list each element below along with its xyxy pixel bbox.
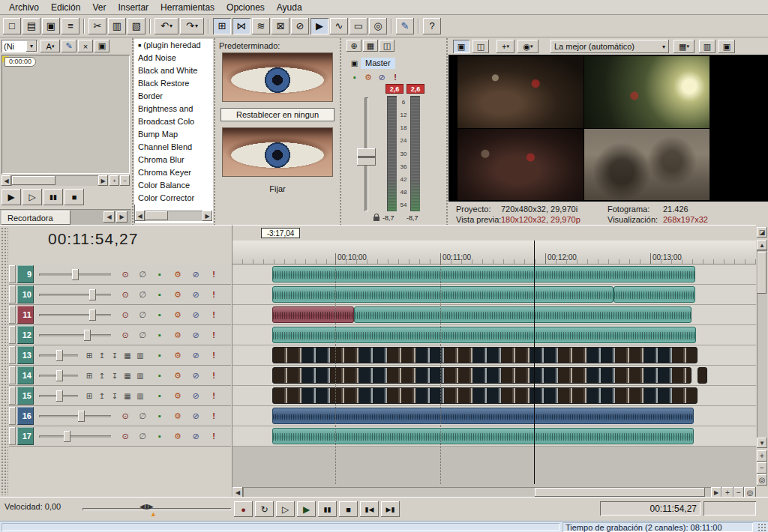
- track-header-15[interactable]: 15 ⊞ ↥ ↧ ▦ ▥ ▪ ⚙ ⊘ !: [9, 386, 231, 406]
- go-to-end-button[interactable]: ▶▮: [381, 501, 400, 517]
- track-grip[interactable]: [9, 407, 16, 425]
- paste-button[interactable]: ▧: [128, 18, 146, 34]
- scroll-thumb[interactable]: [535, 488, 705, 497]
- make-composited-child-icon[interactable]: ↧: [108, 369, 122, 381]
- mute-icon[interactable]: ⊘: [189, 410, 202, 422]
- track-header-13[interactable]: 13 ⊞ ↥ ↧ ▦ ▥ ▪ ⚙ ⊘ !: [9, 345, 231, 366]
- track-grip[interactable]: [9, 346, 16, 364]
- track-lane-10[interactable]: [232, 285, 756, 305]
- solo-icon[interactable]: !: [207, 349, 220, 361]
- properties-button[interactable]: ≡: [62, 18, 80, 34]
- mute-icon[interactable]: ⊘: [189, 268, 202, 280]
- track-fx-icon[interactable]: ▪: [153, 369, 166, 381]
- trimmer-stream-combo[interactable]: (Ni ▾: [2, 40, 38, 52]
- track-number-badge[interactable]: 9: [17, 265, 34, 283]
- track-grip[interactable]: [9, 427, 16, 445]
- automation-settings-icon[interactable]: ⚙: [171, 390, 184, 402]
- play-from-start-button[interactable]: ▷: [276, 501, 295, 517]
- audio-event-track10b[interactable]: [614, 286, 695, 303]
- audio-event-track11b[interactable]: [354, 306, 692, 323]
- video-event-track14b[interactable]: [698, 367, 707, 384]
- scroll-down-button[interactable]: ▼: [757, 438, 767, 448]
- plugin-item[interactable]: Color Corrector: [134, 192, 213, 205]
- track-fx-icon[interactable]: ▪: [153, 268, 166, 280]
- solo-icon[interactable]: !: [207, 268, 220, 280]
- track-lane-17[interactable]: [232, 426, 756, 447]
- preset-caption-reset[interactable]: Restablecer en ningun: [220, 108, 334, 121]
- compositing-mode-icon[interactable]: ▥: [134, 390, 147, 402]
- cut-button[interactable]: ✂: [88, 18, 106, 34]
- zoom-in-track-button[interactable]: +: [757, 450, 767, 462]
- automation-settings-icon[interactable]: ⚙: [171, 369, 184, 381]
- automation-settings-icon[interactable]: ⚙: [171, 430, 184, 442]
- zoom-out-button[interactable]: −: [120, 175, 130, 186]
- track-grip[interactable]: [9, 366, 16, 384]
- record-button[interactable]: ●: [234, 501, 253, 517]
- track-lane-11[interactable]: [232, 305, 756, 325]
- play-button[interactable]: ▶: [297, 501, 316, 517]
- make-composited-child-icon[interactable]: ↧: [108, 390, 122, 402]
- track-header-11[interactable]: 11 ⊙ ∅ ▪ ⚙ ⊘ !: [9, 305, 231, 325]
- zoom-tool-button[interactable]: ◎: [757, 474, 767, 486]
- normal-edit-tool-button[interactable]: ▶: [310, 18, 328, 34]
- mute-icon[interactable]: ⊘: [189, 390, 202, 402]
- plugin-item[interactable]: Black Restore: [134, 77, 213, 90]
- trimmer-display[interactable]: 0:00:00: [2, 55, 130, 174]
- level-slider-handle[interactable]: [56, 390, 63, 402]
- track-grip[interactable]: [9, 265, 16, 283]
- track-volume-slider[interactable]: [39, 294, 111, 296]
- trimmer-pause-button[interactable]: ▮▮: [44, 189, 63, 205]
- bypass-motion-blur-icon[interactable]: ⊞: [82, 390, 96, 402]
- solo-icon[interactable]: !: [207, 430, 220, 442]
- copy-button[interactable]: ▥: [108, 18, 126, 34]
- bypass-motion-blur-icon[interactable]: ⊞: [82, 349, 96, 361]
- invert-phase-icon[interactable]: ∅: [136, 430, 149, 442]
- external-monitor-button[interactable]: ◫: [472, 40, 489, 53]
- zoom-in-time-button[interactable]: +: [722, 487, 734, 498]
- track-header-10[interactable]: 10 ⊙ ∅ ▪ ⚙ ⊘ !: [9, 285, 231, 305]
- resize-grip[interactable]: [758, 523, 766, 531]
- track-lane-12[interactable]: [232, 325, 756, 345]
- bypass-motion-blur-icon[interactable]: ⊞: [82, 369, 96, 381]
- track-number-badge[interactable]: 16: [17, 407, 34, 425]
- track-number-badge[interactable]: 14: [17, 366, 34, 384]
- menu-ver[interactable]: Ver: [86, 1, 112, 14]
- plugin-item[interactable]: Border: [134, 90, 213, 103]
- solo-icon[interactable]: !: [207, 329, 220, 341]
- record-arm-icon[interactable]: ⊙: [118, 309, 132, 321]
- mute-icon[interactable]: ⊘: [189, 329, 202, 341]
- open-button[interactable]: ▤: [22, 18, 40, 34]
- undo-button[interactable]: ↶▾: [154, 18, 178, 34]
- solo-icon[interactable]: !: [207, 369, 220, 381]
- zoom-tool-button[interactable]: ◎: [744, 487, 756, 498]
- track-volume-slider[interactable]: [39, 334, 111, 336]
- solo-icon[interactable]: !: [207, 390, 220, 402]
- stop-button[interactable]: ■: [339, 501, 358, 517]
- plugin-item[interactable]: Add Noise: [134, 52, 213, 64]
- menu-ayuda[interactable]: Ayuda: [271, 1, 308, 14]
- marker-bar[interactable]: -3:17,04: [232, 226, 756, 241]
- overlay-button[interactable]: +▾: [496, 40, 514, 53]
- timeline-empty-area[interactable]: [232, 447, 756, 487]
- solo-icon[interactable]: !: [207, 410, 220, 422]
- scroll-right-button[interactable]: ▶: [202, 211, 212, 221]
- peak-readout-right[interactable]: 2,6: [406, 84, 424, 94]
- automation-settings-icon[interactable]: ⚙: [171, 268, 184, 280]
- lock-faders-icon[interactable]: [374, 217, 380, 221]
- loop-playback-button[interactable]: ↻: [255, 501, 274, 517]
- plugin-item[interactable]: Black and White: [134, 64, 213, 77]
- track-header-9[interactable]: 9 ⊙ ∅ ▪ ⚙ ⊘ !: [9, 265, 231, 285]
- scroll-thumb[interactable]: [758, 252, 766, 294]
- record-arm-icon[interactable]: ⊙: [118, 288, 132, 300]
- delete-marker-button[interactable]: ×: [78, 40, 93, 52]
- ignore-grouping-button[interactable]: ⊘: [291, 18, 309, 34]
- playhead[interactable]: [534, 241, 535, 484]
- scroll-thumb[interactable]: [146, 211, 168, 220]
- scroll-left-button[interactable]: ◀: [232, 487, 243, 498]
- track-lane-9[interactable]: [232, 265, 756, 285]
- compositing-mode-icon[interactable]: ▥: [134, 349, 147, 361]
- track-volume-slider[interactable]: [39, 314, 111, 316]
- invert-phase-icon[interactable]: ∅: [136, 410, 149, 422]
- track-header-12[interactable]: 12 ⊙ ∅ ▪ ⚙ ⊘ !: [9, 325, 231, 345]
- make-composited-child-icon[interactable]: ↧: [108, 349, 122, 361]
